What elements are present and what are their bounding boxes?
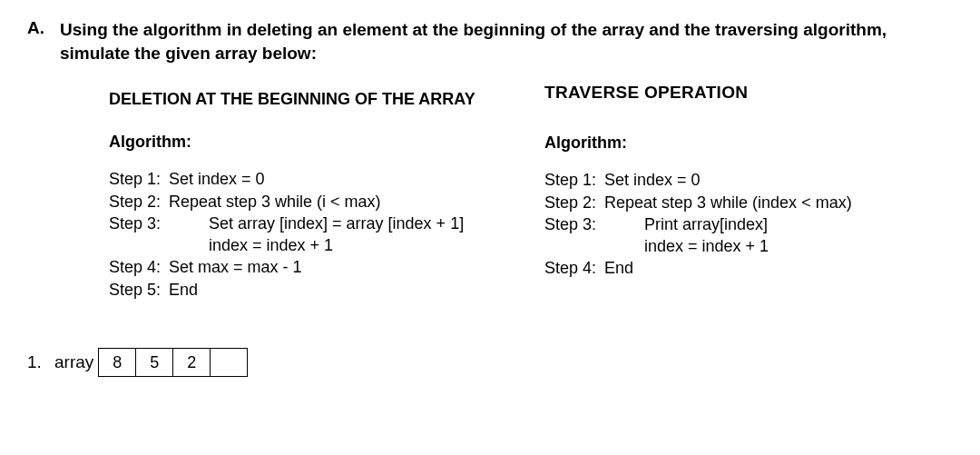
deletion-subtitle: Algorithm: (109, 133, 517, 152)
array-cell: 2 (172, 348, 211, 377)
deletion-title: DELETION AT THE BEGINNING OF THE ARRAY (109, 90, 517, 109)
deletion-step-4: Step 4: Set max = max - 1 (109, 256, 517, 278)
step-body: Set index = 0 (604, 169, 953, 191)
step-body: index = index + 1 (644, 235, 953, 257)
deletion-step-1: Step 1: Set index = 0 (109, 168, 517, 190)
step-label: Step 2: (109, 191, 169, 213)
step-label: Step 4: (544, 257, 604, 279)
traverse-step-1: Step 1: Set index = 0 (544, 169, 953, 191)
traverse-step-4: Step 4: End (544, 257, 953, 279)
deletion-column: DELETION AT THE BEGINNING OF THE ARRAY A… (27, 90, 517, 301)
problem-label: array (54, 352, 93, 372)
array-cells: 8 5 2 (99, 348, 248, 377)
traverse-subtitle: Algorithm: (544, 134, 953, 153)
step-label: Step 2: (544, 192, 604, 213)
step-body: Repeat step 3 while (i < max) (169, 191, 517, 213)
step-label: Step 3: (544, 213, 644, 235)
traverse-title: TRAVERSE OPERATION (544, 83, 953, 103)
question-marker: A. (27, 18, 60, 38)
algorithms-container: DELETION AT THE BEGINNING OF THE ARRAY A… (27, 90, 953, 301)
question-row: A. Using the algorithm in deleting an el… (27, 18, 953, 64)
step-body: Set index = 0 (169, 168, 517, 190)
step-label: Step 1: (109, 168, 169, 190)
array-cell: 5 (135, 348, 173, 377)
step-label: Step 3: (109, 213, 209, 234)
step-body: index = index + 1 (209, 234, 517, 256)
deletion-step-3: Step 3: Set array [index] = array [index… (109, 213, 517, 234)
problem-marker: 1. (27, 352, 54, 372)
deletion-step-5: Step 5: End (109, 279, 517, 301)
step-body: Set array [index] = array [index + 1] (209, 213, 517, 234)
step-label: Step 1: (544, 169, 604, 191)
deletion-step-2: Step 2: Repeat step 3 while (i < max) (109, 191, 517, 213)
traverse-step-3: Step 3: Print array[index] (544, 213, 953, 235)
step-body: Print array[index] (644, 213, 953, 235)
step-body: Repeat step 3 while (index < max) (604, 192, 953, 213)
array-cell (210, 348, 248, 377)
step-body: End (169, 279, 517, 301)
traverse-step-2: Step 2: Repeat step 3 while (index < max… (544, 192, 953, 213)
problem-row: 1. array 8 5 2 (27, 348, 953, 377)
step-label: Step 5: (109, 279, 169, 301)
step-body: End (604, 257, 953, 279)
question-text: Using the algorithm in deleting an eleme… (60, 18, 953, 64)
array-cell: 8 (98, 348, 136, 377)
step-label: Step 4: (109, 256, 169, 278)
deletion-step-3-sub: index = index + 1 (109, 234, 517, 256)
traverse-step-3-sub: index = index + 1 (544, 235, 953, 257)
step-body: Set max = max - 1 (169, 256, 517, 278)
traverse-column: TRAVERSE OPERATION Algorithm: Step 1: Se… (517, 90, 953, 301)
